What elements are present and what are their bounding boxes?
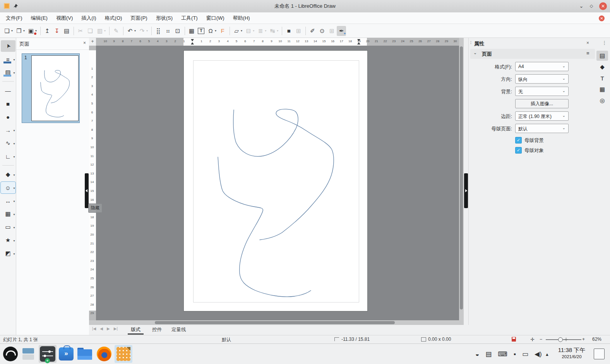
snap-to-grid-button[interactable]: ⠶ <box>163 26 173 36</box>
connectors-tool[interactable]: ∟▾ <box>1 150 15 162</box>
freehand-drawing[interactable] <box>184 51 367 311</box>
transformations-dropdown-arrow[interactable]: ▾ <box>241 29 242 32</box>
horizontal-scrollbar-thumb[interactable] <box>155 321 395 324</box>
3d-objects-tool[interactable]: ◩▾ <box>1 248 15 259</box>
tab-layout[interactable]: 版式 <box>128 325 144 335</box>
edit-points-button[interactable]: ✐ <box>308 26 317 36</box>
tray-expand-icon[interactable]: ▲ <box>545 352 549 357</box>
select-tool[interactable]: ➤ <box>1 40 15 52</box>
zoom-fit-icon[interactable]: ✛ <box>530 337 535 342</box>
save-button[interactable]: ▣▾ <box>26 26 38 36</box>
save-dropdown-arrow[interactable]: ▾ <box>35 29 37 32</box>
menu-shape[interactable]: 形状(S) <box>152 13 177 23</box>
transformations-button[interactable]: ▱▾ <box>232 26 243 36</box>
sidebar-close-icon[interactable]: × <box>586 40 589 46</box>
master-background-checkbox[interactable] <box>515 137 522 144</box>
line-color-tool[interactable]: ≡▾ <box>1 53 15 65</box>
volume-icon[interactable]: ◀) <box>535 350 542 358</box>
vertical-scrollbar[interactable] <box>459 38 464 325</box>
background-select[interactable]: 无 ⌄ <box>515 87 569 96</box>
menu-file[interactable]: 文件(F) <box>2 13 27 23</box>
discover-task[interactable]: » <box>57 345 75 363</box>
sidebar-tab-shapes[interactable]: ◆ <box>596 62 608 72</box>
format-select[interactable]: A4 ⌄ <box>515 62 569 71</box>
lines-and-arrows-dropdown-arrow[interactable]: ▾ <box>13 129 15 132</box>
drawing-page[interactable] <box>183 50 368 311</box>
menu-tools[interactable]: 工具(T) <box>177 13 202 23</box>
first-page-button[interactable]: |◀ <box>92 326 96 331</box>
vertical-scrollbar-thumb[interactable] <box>460 46 463 309</box>
previous-page-button[interactable]: ◀ <box>100 326 103 331</box>
close-button[interactable]: ✕ <box>599 2 607 10</box>
minimize-button[interactable]: ⌄ <box>577 2 585 10</box>
block-arrows-dropdown-arrow[interactable]: ▾ <box>13 200 15 203</box>
export-pdf-button[interactable]: ↧ <box>52 26 62 36</box>
rectangle-tool[interactable]: ■ <box>1 98 15 109</box>
helplines-while-moving-button[interactable]: ⊡ <box>173 26 182 36</box>
menu-view[interactable]: 视图(V) <box>52 13 77 23</box>
sidebar-grip-icon[interactable]: ⁞ <box>470 40 471 45</box>
section-menu-icon[interactable]: ≡ <box>586 50 589 56</box>
insert-special-character-dropdown-arrow[interactable]: ▾ <box>215 29 216 32</box>
horizontal-scrollbar[interactable] <box>89 320 459 325</box>
fontwork-button[interactable]: F <box>218 26 227 36</box>
print-button[interactable]: ▤ <box>62 26 71 36</box>
application-launcher-button[interactable] <box>2 345 19 363</box>
menu-page[interactable]: 页面(P) <box>126 13 151 23</box>
document-close-button[interactable]: ✕ <box>599 15 605 21</box>
basic-shapes-dropdown-arrow[interactable]: ▾ <box>13 173 15 177</box>
callout-shapes-tool[interactable]: ▭▾ <box>1 221 15 233</box>
undo-dropdown-arrow[interactable]: ▾ <box>134 29 136 32</box>
menu-insert[interactable]: 插入(I) <box>77 13 100 23</box>
export-button[interactable]: ↥ <box>43 26 52 36</box>
pages-panel-close-icon[interactable]: × <box>83 40 86 46</box>
horizontal-ruler[interactable]: 1098765432112345678910111213141516171819… <box>96 38 459 46</box>
left-margin-marker[interactable] <box>191 39 194 44</box>
keyboard-icon[interactable]: ⌨ <box>498 350 507 358</box>
page-thumbnail[interactable]: 1 <box>22 53 80 123</box>
menu-format[interactable]: 格式(O) <box>101 13 127 23</box>
virtual-desktop-pager[interactable] <box>20 345 38 363</box>
sidebar-tab-navigator[interactable]: ◎ <box>596 96 608 106</box>
show-draw-functions-button[interactable]: ✒+ <box>337 26 346 36</box>
fill-color-tool[interactable]: ▨▾ <box>1 67 15 78</box>
next-page-button[interactable]: ▶ <box>107 326 110 331</box>
last-page-button[interactable]: ▶| <box>114 326 118 331</box>
tab-dimension-lines[interactable]: 定量线 <box>168 325 189 335</box>
display-icon[interactable]: ▭ <box>522 350 528 358</box>
drawing-viewport[interactable] <box>96 46 459 320</box>
sidebar-tab-gallery[interactable]: ▦ <box>596 84 608 94</box>
zoom-level[interactable]: 62% <box>592 337 601 342</box>
star-shapes-dropdown-arrow[interactable]: ▾ <box>13 239 15 243</box>
lines-and-arrows-tool[interactable]: →▾ <box>1 124 15 136</box>
sidebar-tab-properties[interactable]: ▤ <box>596 51 608 61</box>
zoom-slider-knob[interactable] <box>558 337 563 342</box>
media-icon[interactable]: ▪ <box>514 350 516 358</box>
insert-text-box-button[interactable]: T <box>197 26 206 36</box>
symbol-shapes-tool[interactable]: ☺▾ <box>1 182 15 193</box>
block-arrows-tool[interactable]: ↔▾ <box>1 195 15 207</box>
network-icon[interactable]: ◒ <box>475 350 479 358</box>
open-dropdown-arrow[interactable]: ▾ <box>23 29 25 32</box>
window-titlebar[interactable]: 未命名 1 - LibreOffice Draw ⌄ ◇ ✕ <box>0 0 610 13</box>
maximize-button[interactable]: ◇ <box>588 2 595 10</box>
orientation-select[interactable]: 纵向 ⌄ <box>515 74 569 84</box>
page-section-header[interactable]: ⌄ 页面 ≡ <box>470 49 595 59</box>
sidebar-menu-icon[interactable]: ⋮ <box>602 40 607 46</box>
vertical-ruler[interactable]: 1234567891011121314151617181920212223242… <box>89 46 96 320</box>
sidebar-tab-styles[interactable]: T <box>596 73 608 83</box>
insert-image-button[interactable]: ▦ <box>187 26 196 36</box>
clock[interactable]: 11:38 下午 2021/6/20 <box>554 347 589 359</box>
shadow-button[interactable]: ■ <box>284 26 293 36</box>
menu-help[interactable]: 帮助(H) <box>229 13 254 23</box>
system-settings-task[interactable]: + <box>39 345 57 363</box>
open-button[interactable]: ❒▾ <box>14 26 26 36</box>
firefox-task[interactable] <box>95 345 113 363</box>
new-button[interactable]: ❏▾ <box>2 26 14 36</box>
show-desktop-button[interactable] <box>594 349 605 359</box>
tab-controls[interactable]: 控件 <box>149 325 165 335</box>
connectors-dropdown-arrow[interactable]: ▾ <box>13 155 15 159</box>
zoom-slider-track[interactable] <box>546 339 581 340</box>
insert-line-tool[interactable]: — <box>1 85 15 96</box>
libreoffice-draw-task[interactable] <box>115 345 132 363</box>
